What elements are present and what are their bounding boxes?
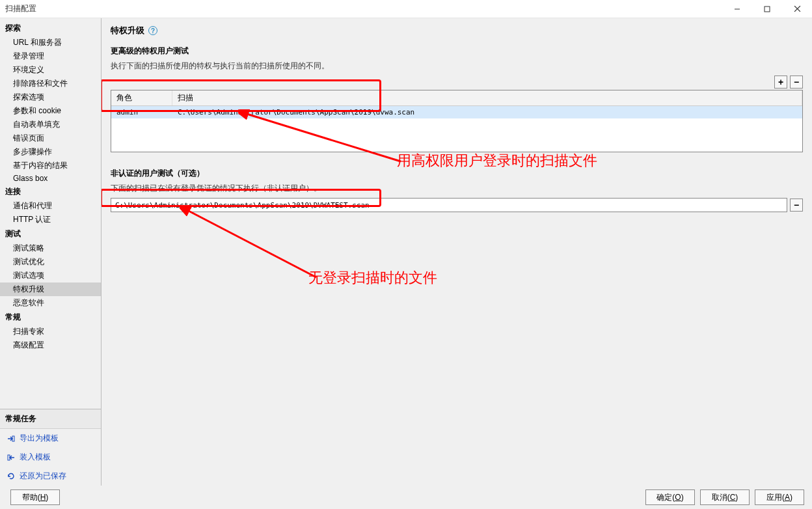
cell-scan: C:\Users\Administrator\Documents\AppScan… <box>172 106 802 118</box>
arrow-2-icon <box>180 206 329 284</box>
svg-rect-1 <box>765 7 770 12</box>
privileged-section: 更高级的特权用户测试 执行下面的扫描所使用的特权与执行当前的扫描所使用的不同。 … <box>111 46 803 152</box>
tree-item-errorpage[interactable]: 错误页面 <box>0 131 101 145</box>
help-button[interactable]: 帮助(H) <box>10 489 60 505</box>
import-icon <box>7 453 16 462</box>
privileged-table: 角色 扫描 admin C:\Users\Administrator\Docum… <box>111 90 803 152</box>
section1-title: 更高级的特权用户测试 <box>111 46 803 57</box>
task-load-template[interactable]: 装入模板 <box>0 448 101 467</box>
tree-item-malware[interactable]: 恶意软件 <box>0 296 101 310</box>
tree-item-params[interactable]: 参数和 cookie <box>0 104 101 118</box>
task-link-label: 导出为模板 <box>20 433 59 444</box>
close-button[interactable] <box>782 0 812 18</box>
page-title: 特权升级 <box>111 25 144 36</box>
task-export-template[interactable]: 导出为模板 <box>0 429 101 448</box>
tree-item-scanexpert[interactable]: 扫描专家 <box>0 325 101 338</box>
minimize-button[interactable] <box>722 0 752 18</box>
svg-rect-5 <box>8 455 10 460</box>
ok-button[interactable]: 确定(O) <box>645 489 695 505</box>
tree-item-testopt[interactable]: 测试优化 <box>0 255 101 269</box>
maximize-button[interactable] <box>752 0 782 18</box>
tree-item-testoptions[interactable]: 测试选项 <box>0 269 101 282</box>
footer-left: 帮助(H) <box>5 489 645 505</box>
footer-right: 确定(O) 取消(C) 应用(A) <box>645 489 807 505</box>
window-controls <box>722 0 812 18</box>
tasks-panel: 常规任务 导出为模板 装入模板 还原为已保存 <box>0 409 101 486</box>
tree-item-multistep[interactable]: 多步骤操作 <box>0 145 101 159</box>
footer: 帮助(H) 确定(O) 取消(C) 应用(A) <box>0 486 812 509</box>
tree-item-comm[interactable]: 通信和代理 <box>0 199 101 213</box>
window-title: 扫描配置 <box>5 3 722 14</box>
tree-item-url[interactable]: URL 和服务器 <box>0 36 101 49</box>
add-row-button[interactable]: + <box>774 76 787 89</box>
tasks-header: 常规任务 <box>0 409 101 429</box>
col-role[interactable]: 角色 <box>111 90 172 105</box>
path-row: − <box>111 198 803 212</box>
tree-item-testpolicy[interactable]: 测试策略 <box>0 241 101 255</box>
tree-item-exclude[interactable]: 排除路径和文件 <box>0 77 101 90</box>
tree-item-advanced[interactable]: 高级配置 <box>0 338 101 352</box>
nav-tree: 探索 URL 和服务器 登录管理 环境定义 排除路径和文件 探索选项 参数和 c… <box>0 18 101 409</box>
tree-item-explore-opts[interactable]: 探索选项 <box>0 90 101 104</box>
unauth-section: 非认证的用户测试（可选） 下面的扫描已在没有登录凭证的情况下执行（非认证用户）。… <box>111 168 803 212</box>
table-row[interactable]: admin C:\Users\Administrator\Documents\A… <box>111 106 802 118</box>
sidebar: 探索 URL 和服务器 登录管理 环境定义 排除路径和文件 探索选项 参数和 c… <box>0 18 102 486</box>
help-icon[interactable]: ? <box>148 26 157 35</box>
main-area: 探索 URL 和服务器 登录管理 环境定义 排除路径和文件 探索选项 参数和 c… <box>0 18 812 486</box>
section2-title: 非认证的用户测试（可选） <box>111 168 803 179</box>
annotation-2: 无登录扫描时的文件 <box>308 268 437 288</box>
table-header: 角色 扫描 <box>111 90 802 106</box>
cancel-button[interactable]: 取消(C) <box>700 489 750 505</box>
svg-rect-4 <box>12 436 14 441</box>
content-panel: 特权升级 ? 更高级的特权用户测试 执行下面的扫描所使用的特权与执行当前的扫描所… <box>102 18 812 486</box>
cell-role: admin <box>111 106 172 118</box>
clear-path-button[interactable]: − <box>790 199 803 212</box>
tree-group-test[interactable]: 测试 <box>0 227 101 241</box>
table-toolbar: + − <box>111 76 803 89</box>
page-title-row: 特权升级 ? <box>111 25 803 36</box>
tree-item-privilege[interactable]: 特权升级 <box>0 282 101 296</box>
tree-group-explore[interactable]: 探索 <box>0 21 101 36</box>
task-link-label: 装入模板 <box>20 452 51 463</box>
task-link-label: 还原为已保存 <box>20 471 66 482</box>
section1-desc: 执行下面的扫描所使用的特权与执行当前的扫描所使用的不同。 <box>111 61 803 72</box>
tree-item-httpauth[interactable]: HTTP 认证 <box>0 213 101 227</box>
export-icon <box>7 434 16 443</box>
tree-group-general[interactable]: 常规 <box>0 310 101 325</box>
apply-button[interactable]: 应用(A) <box>755 489 804 505</box>
tree-group-connect[interactable]: 连接 <box>0 184 101 199</box>
tree-item-env[interactable]: 环境定义 <box>0 63 101 77</box>
tree-item-glassbox[interactable]: Glass box <box>0 172 101 184</box>
revert-icon <box>7 472 16 481</box>
section2-desc: 下面的扫描已在没有登录凭证的情况下执行（非认证用户）。 <box>111 183 803 194</box>
col-scan[interactable]: 扫描 <box>172 90 802 105</box>
tree-item-autoform[interactable]: 自动表单填充 <box>0 118 101 131</box>
remove-row-button[interactable]: − <box>790 76 803 89</box>
unauth-path-input[interactable] <box>111 198 787 212</box>
titlebar: 扫描配置 <box>0 0 812 18</box>
tree-item-login[interactable]: 登录管理 <box>0 49 101 63</box>
svg-line-7 <box>186 210 316 277</box>
task-revert-saved[interactable]: 还原为已保存 <box>0 467 101 486</box>
tree-item-content[interactable]: 基于内容的结果 <box>0 159 101 172</box>
